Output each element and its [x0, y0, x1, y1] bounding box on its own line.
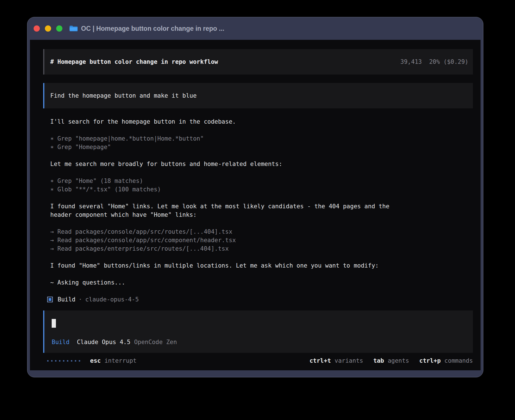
input-meta: Build Claude Opus 4.5 OpenCode Zen	[52, 338, 473, 346]
assistant-paragraph: → Read packages/console/app/src/routes/[…	[50, 228, 473, 253]
terminal-content: # Homepage button color change in repo w…	[30, 40, 481, 370]
titlebar[interactable]: OC | Homepage button color change in rep…	[27, 17, 483, 40]
keybind-label: commands	[444, 356, 473, 365]
terminal-window: OC | Homepage button color change in rep…	[27, 17, 483, 377]
assistant-line: → Read packages/console/app/src/routes/[…	[50, 228, 473, 236]
keybind-hint-commands: ctrl+pcommands	[419, 356, 473, 365]
token-count: 39,413	[400, 58, 422, 66]
keybind-key: tab	[373, 356, 384, 365]
assistant-paragraph: I'll search for the homepage button in t…	[50, 117, 473, 126]
assistant-conversation: I'll search for the homepage button in t…	[50, 117, 473, 287]
keybind-key: ctrl+t	[309, 356, 331, 365]
input-provider-label: OpenCode Zen	[134, 338, 177, 346]
interrupt-hint: esc interrupt	[90, 356, 137, 365]
folder-icon	[69, 25, 78, 32]
input-agent-label: Build	[52, 338, 69, 346]
assistant-line: header component which have "Home" links…	[50, 211, 473, 219]
session-stats: 39,413 20% ($0.29)	[400, 58, 468, 66]
assistant-line: ∗ Grep "Home" (18 matches)	[50, 177, 473, 185]
assistant-line: I found several "Home" links. Let me loo…	[50, 202, 473, 211]
status-bar: esc interrupt ctrl+tvariantstabagentsctr…	[43, 356, 473, 365]
text-cursor	[52, 319, 56, 328]
session-header: # Homepage button color change in repo w…	[43, 49, 473, 75]
minimize-button[interactable]	[45, 25, 51, 32]
agent-icon	[47, 297, 53, 302]
keybind-label: variants	[335, 356, 363, 365]
assistant-line: I'll search for the homepage button in t…	[50, 117, 473, 126]
window-title: OC | Homepage button color change in rep…	[81, 25, 224, 32]
assistant-line: ∗ Glob "**/*.tsx" (100 matches)	[50, 185, 473, 194]
zoom-button[interactable]	[56, 25, 62, 32]
spinner-dot	[63, 360, 64, 362]
spinner-dot	[67, 360, 68, 362]
interrupt-key: esc	[90, 356, 101, 365]
status-right: ctrl+tvariantstabagentsctrl+pcommands	[309, 356, 473, 365]
assistant-paragraph: ~ Asking questions...	[50, 278, 473, 287]
assistant-paragraph: Let me search more broadly for buttons a…	[50, 160, 473, 168]
assistant-line: ~ Asking questions...	[50, 278, 473, 287]
spinner-dot	[59, 360, 60, 362]
assistant-line: I found "Home" buttons/links in multiple…	[50, 261, 473, 270]
spinner-dot	[51, 360, 53, 362]
spinner-dot	[71, 360, 72, 362]
assistant-line: → Read packages/console/app/src/componen…	[50, 236, 473, 244]
spinner-dot	[79, 360, 80, 362]
traffic-lights	[34, 25, 62, 32]
assistant-paragraph: ∗ Grep "Home" (18 matches)∗ Glob "**/*.t…	[50, 177, 473, 194]
assistant-paragraph: I found "Home" buttons/links in multiple…	[50, 261, 473, 270]
spinner-dot	[47, 360, 49, 362]
session-title: # Homepage button color change in repo w…	[50, 58, 218, 66]
assistant-paragraph: I found several "Home" links. Let me loo…	[50, 202, 473, 219]
keybind-hint-agents: tabagents	[373, 356, 409, 365]
user-message-text: Find the homepage button and make it blu…	[50, 91, 197, 100]
agent-separator: ·	[78, 295, 82, 304]
working-spinner-dots	[47, 360, 80, 362]
interrupt-label: interrupt	[104, 356, 137, 365]
prompt-input[interactable]: Build Claude Opus 4.5 OpenCode Zen	[43, 310, 473, 353]
assistant-paragraph: ∗ Grep "homepage|home.*button|Home.*butt…	[50, 134, 473, 151]
agent-name: Build	[58, 295, 75, 304]
keybind-label: agents	[388, 356, 409, 365]
assistant-line: ∗ Grep "Homepage"	[50, 143, 473, 151]
close-button[interactable]	[34, 25, 40, 32]
keybind-hint-variants: ctrl+tvariants	[309, 356, 363, 365]
window-bottom-edge	[27, 370, 483, 377]
assistant-line: Let me search more broadly for buttons a…	[50, 160, 473, 168]
agent-model: claude-opus-4-5	[85, 295, 139, 304]
status-left: esc interrupt	[43, 356, 137, 365]
agent-status-row: Build · claude-opus-4-5	[47, 295, 473, 304]
context-usage: 20% ($0.29)	[429, 58, 468, 66]
user-message: Find the homepage button and make it blu…	[43, 83, 473, 108]
spinner-dot	[55, 360, 56, 362]
assistant-line: ∗ Grep "homepage|home.*button|Home.*butt…	[50, 134, 473, 143]
keybind-key: ctrl+p	[419, 356, 441, 365]
assistant-line: → Read packages/enterprise/src/routes/[.…	[50, 244, 473, 253]
input-model-label: Claude Opus 4.5	[77, 338, 130, 346]
spinner-dot	[75, 360, 76, 362]
